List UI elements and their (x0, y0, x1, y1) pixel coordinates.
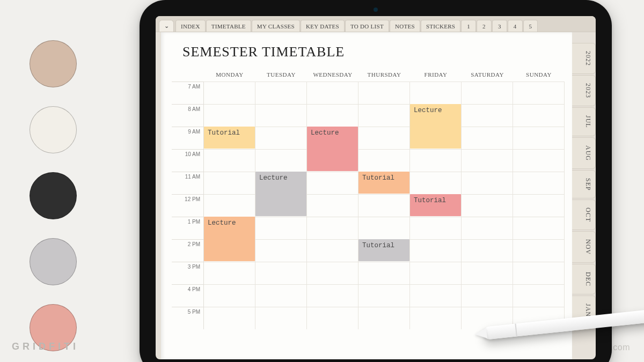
timetable-cell[interactable] (255, 104, 307, 127)
side-tab-dec[interactable]: DEC (572, 264, 596, 294)
timetable-cell[interactable] (462, 172, 513, 194)
timetable-cell[interactable] (204, 307, 255, 329)
timetable-cell[interactable] (307, 104, 358, 127)
timetable-cell[interactable] (307, 284, 358, 307)
swatch-4[interactable] (30, 238, 77, 285)
timetable-cell[interactable] (204, 262, 255, 284)
timetable-cell[interactable] (410, 284, 462, 307)
timetable-cell[interactable] (462, 284, 513, 307)
day-friday: FRIDAY (410, 68, 462, 82)
timetable-cell[interactable] (255, 149, 307, 172)
timetable-cell[interactable] (307, 307, 358, 329)
timetable-cell[interactable] (255, 217, 307, 239)
timetable-cell[interactable] (307, 172, 358, 194)
timetable-event[interactable]: Tutorial (358, 239, 409, 261)
timetable-event[interactable]: Tutorial (358, 172, 409, 194)
side-tab-oct[interactable]: OCT (572, 200, 596, 230)
timetable-cell[interactable] (255, 307, 307, 329)
timetable-cell[interactable] (307, 239, 358, 262)
tab-num-5[interactable]: 5 (523, 20, 538, 32)
timetable-event[interactable]: Lecture (307, 127, 358, 171)
timetable-grid[interactable]: 7 AM8 AM9 AM10 AM11 AM12 PM1 PM2 PM3 PM4… (172, 82, 565, 329)
side-tab-nov[interactable]: NOV (572, 231, 596, 263)
tab-num-4[interactable]: 4 (508, 20, 523, 32)
timetable-cell[interactable] (358, 262, 410, 284)
timetable-cell[interactable] (462, 239, 513, 262)
timetable-cell[interactable] (513, 284, 565, 307)
side-tab-jul[interactable]: JUL (572, 107, 596, 136)
timetable-cell[interactable] (358, 217, 410, 239)
timetable-cell[interactable] (410, 172, 462, 194)
swatch-3[interactable] (30, 172, 77, 219)
timetable-event[interactable]: Tutorial (204, 127, 255, 149)
swatch-1[interactable] (30, 40, 77, 87)
timetable-cell[interactable] (255, 127, 307, 149)
tab-index[interactable]: INDEX (175, 20, 206, 32)
timetable-cell[interactable] (513, 127, 565, 149)
timetable-cell[interactable] (462, 194, 513, 217)
side-tab-aug[interactable]: AUG (572, 137, 596, 169)
timetable-cell[interactable] (462, 262, 513, 284)
timetable-cell[interactable] (255, 239, 307, 262)
timetable-cell[interactable] (358, 127, 410, 149)
timetable-cell[interactable] (255, 82, 307, 104)
timetable-cell[interactable] (255, 262, 307, 284)
timetable-cell[interactable] (358, 82, 410, 104)
timetable-cell[interactable] (307, 262, 358, 284)
timetable-cell[interactable] (204, 149, 255, 172)
tab-key-dates[interactable]: KEY DATES (301, 20, 345, 32)
timetable-event[interactable]: Tutorial (410, 194, 461, 216)
timetable-cell[interactable] (513, 172, 565, 194)
timetable-cell[interactable] (513, 194, 565, 217)
tab-num-3[interactable]: 3 (492, 20, 507, 32)
tab-to-do-list[interactable]: TO DO LIST (345, 20, 389, 32)
time-label: 2 PM (172, 239, 204, 262)
tab-num-1[interactable]: 1 (461, 20, 476, 32)
timetable-cell[interactable] (358, 194, 410, 217)
timetable-cell[interactable] (513, 217, 565, 239)
tab-my-classes[interactable]: MY CLASSES (252, 20, 300, 32)
timetable-cell[interactable] (513, 239, 565, 262)
timetable-cell[interactable] (307, 217, 358, 239)
chevron-down-icon[interactable]: ⌄ (159, 20, 174, 32)
tab-timetable[interactable]: TIMETABLE (206, 20, 251, 32)
timetable-cell[interactable] (462, 82, 513, 104)
tab-stickers[interactable]: STICKERS (421, 20, 460, 32)
timetable-cell[interactable] (410, 82, 462, 104)
timetable-cell[interactable] (307, 194, 358, 217)
timetable-cell[interactable] (307, 82, 358, 104)
timetable-cell[interactable] (513, 82, 565, 104)
timetable-cell[interactable] (204, 284, 255, 307)
timetable-cell[interactable] (513, 104, 565, 127)
timetable-event[interactable]: Lecture (204, 217, 255, 261)
timetable-cell[interactable] (410, 262, 462, 284)
timetable-cell[interactable] (204, 194, 255, 217)
timetable-cell[interactable] (255, 284, 307, 307)
side-tab-2023[interactable]: 2023 (572, 75, 596, 106)
hour-row: 12 PM (172, 194, 565, 217)
swatch-2[interactable] (30, 106, 77, 153)
timetable-cell[interactable] (462, 104, 513, 127)
timetable-cell[interactable] (358, 284, 410, 307)
timetable-cell[interactable] (204, 172, 255, 194)
timetable-cell[interactable] (358, 149, 410, 172)
timetable-event[interactable]: Lecture (255, 172, 306, 216)
timetable-cell[interactable] (410, 217, 462, 239)
timetable-cell[interactable] (358, 104, 410, 127)
timetable-cell[interactable] (410, 307, 462, 329)
side-tab-sep[interactable]: SEP (572, 170, 596, 199)
timetable-cell[interactable] (410, 149, 462, 172)
timetable-cell[interactable] (204, 104, 255, 127)
timetable-cell[interactable] (358, 307, 410, 329)
timetable-cell[interactable] (410, 239, 462, 262)
side-tab-2022[interactable]: 2022 (572, 43, 596, 74)
timetable-cell[interactable] (462, 127, 513, 149)
timetable-event[interactable]: Lecture (410, 104, 461, 149)
timetable-cell[interactable] (513, 262, 565, 284)
timetable-cell[interactable] (462, 217, 513, 239)
tab-notes[interactable]: NOTES (390, 20, 420, 32)
timetable-cell[interactable] (462, 149, 513, 172)
timetable-cell[interactable] (513, 149, 565, 172)
timetable-cell[interactable] (204, 82, 255, 104)
tab-num-2[interactable]: 2 (477, 20, 492, 32)
